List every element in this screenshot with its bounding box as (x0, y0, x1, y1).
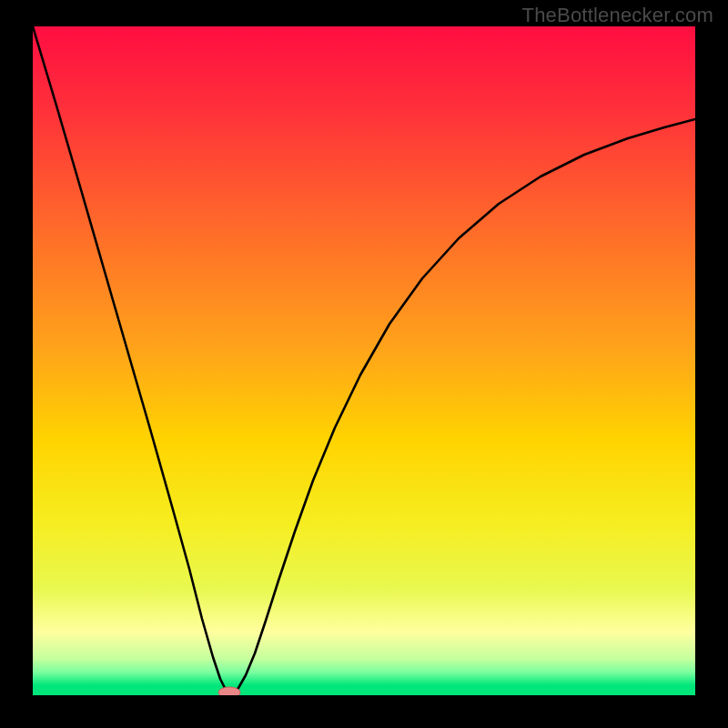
chart-container: TheBottlenecker.com (0, 0, 728, 728)
watermark-text: TheBottlenecker.com (522, 4, 713, 27)
optimal-point-marker (218, 687, 240, 698)
plot-background (33, 26, 695, 695)
bottleneck-chart (0, 0, 728, 728)
